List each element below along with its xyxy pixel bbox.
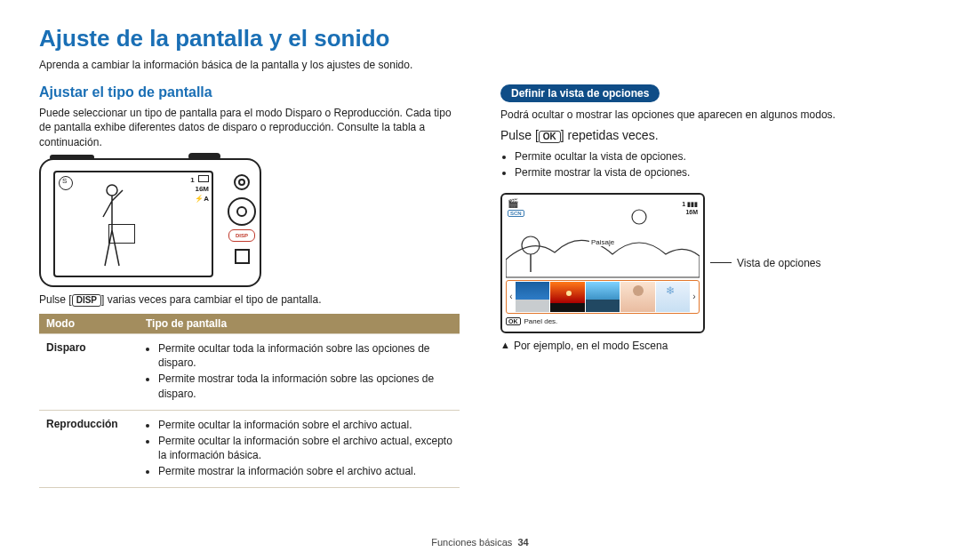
list-item: Permite ocultar la vista de opciones.: [515, 149, 921, 164]
scene-preview: 🎬 SCN 1 ▮▮▮ 16M Paisaje ‹: [500, 193, 705, 333]
mode-icon: [59, 176, 73, 190]
record-button-icon: [234, 174, 250, 190]
left-desc: Puede seleccionar un tipo de pantalla pa…: [39, 106, 460, 149]
scn-chip: SCN: [508, 210, 524, 217]
flash-indicator: ⚡A: [195, 195, 209, 203]
disp-button-highlight: DISP: [228, 229, 255, 242]
triangle-up-icon: ▲: [500, 340, 510, 350]
shots-remaining: 1: [190, 176, 194, 184]
list-item: Permite mostrar la vista de opciones.: [515, 165, 921, 180]
modes-header-type: Tipo de pantalla: [139, 314, 460, 334]
mode-disparo: Disparo: [39, 333, 139, 410]
movie-icon: 🎬: [508, 198, 518, 208]
right-column: Definir la vista de opciones Podrá ocult…: [500, 84, 921, 488]
resolution-indicator: 16M: [195, 185, 209, 193]
modes-table: Modo Tipo de pantalla Disparo Permite oc…: [39, 314, 460, 489]
panel-des-row: OK Panel des.: [506, 316, 700, 328]
footer-page: 34: [517, 537, 528, 548]
left-column: Ajustar el tipo de pantalla Puede selecc…: [39, 84, 460, 488]
chevron-left-icon: ‹: [508, 292, 515, 301]
example-text: Por ejemplo, en el modo Escena: [514, 340, 668, 352]
panel-des-label: Panel des.: [524, 317, 558, 325]
chevron-right-icon: ›: [691, 292, 698, 301]
ok-instruction-suffix: ] repetidas veces.: [561, 128, 659, 142]
section-pill: Definir la vista de opciones: [500, 84, 660, 102]
left-heading: Ajustar el tipo de pantalla: [39, 84, 460, 100]
right-desc: Podrá ocultar o mostrar las opciones que…: [500, 108, 921, 122]
ok-chip: OK: [506, 317, 521, 325]
battery-icon: [196, 176, 209, 184]
disp-instruction: Pulse [DISP] varias veces para cambiar e…: [39, 292, 460, 307]
playback-button-icon: [235, 249, 250, 264]
camera-screen-indicators: 1 16M ⚡A: [190, 175, 209, 204]
camera-screen: 1 16M ⚡A: [53, 171, 213, 277]
list-item: Permite ocultar toda la información sobr…: [158, 341, 452, 370]
thumb-snow: [656, 282, 690, 312]
svg-point-3: [632, 210, 646, 224]
callout-line: [710, 262, 732, 264]
camera-illustration: 1 16M ⚡A DISP: [39, 158, 261, 287]
disp-instruction-suffix: ] varias veces para cambiar el tipo de p…: [101, 293, 321, 306]
thumb-sunset: [550, 282, 584, 312]
list-item: Permite mostrar toda la información sobr…: [158, 372, 452, 400]
scene-indicators: 1 ▮▮▮ 16M: [682, 200, 698, 218]
disp-label: DISP: [72, 294, 101, 307]
scene-landscape: 🎬 SCN 1 ▮▮▮ 16M Paisaje: [506, 198, 700, 280]
modes-header-mode: Modo: [39, 314, 139, 334]
callout-vista-opciones: Vista de opciones: [737, 257, 821, 269]
ok-instruction: Pulse [OK] repetidas veces.: [500, 127, 921, 144]
list-item: Permite mostrar la información sobre el …: [158, 464, 452, 478]
options-view-strip: ‹ ›: [506, 280, 700, 314]
dpad-icon: [228, 197, 256, 226]
page-title: Ajuste de la pantalla y el sonido: [39, 25, 921, 52]
table-row: Disparo Permite ocultar toda la informac…: [39, 333, 460, 410]
mode-reproduccion: Reproducción: [39, 410, 139, 488]
camera-controls: DISP: [224, 171, 260, 277]
scene-resolution: 16M: [685, 209, 698, 215]
list-item: Permite ocultar la información sobre el …: [158, 418, 452, 432]
disp-instruction-prefix: Pulse [: [39, 293, 72, 306]
page-intro: Aprenda a cambiar la información básica …: [39, 58, 921, 72]
example-caption: ▲Por ejemplo, en el modo Escena: [500, 339, 921, 353]
page-footer: Funciones básicas 34: [0, 537, 960, 548]
svg-point-1: [522, 236, 540, 254]
ok-label: OK: [539, 131, 561, 143]
table-row: Reproducción Permite ocultar la informac…: [39, 410, 460, 488]
ok-instruction-prefix: Pulse [: [500, 128, 539, 142]
scene-shots-remaining: 1: [682, 201, 685, 207]
focus-box: [108, 224, 135, 244]
thumb-night: [586, 282, 620, 312]
scene-name-label: Paisaje: [589, 238, 616, 246]
svg-point-0: [107, 185, 117, 196]
list-item: Permite ocultar la información sobre el …: [158, 434, 452, 462]
footer-section: Funciones básicas: [431, 537, 512, 548]
thumb-sky: [516, 282, 549, 312]
thumb-portrait: [620, 282, 654, 312]
